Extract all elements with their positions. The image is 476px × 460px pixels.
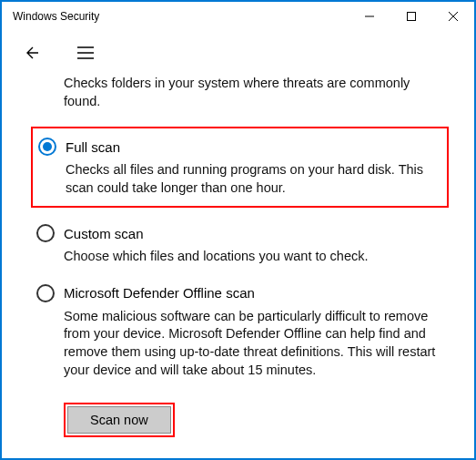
- footer: Scan now: [2, 388, 474, 437]
- window-title: Windows Security: [13, 10, 349, 23]
- svg-rect-0: [408, 13, 416, 21]
- scan-now-highlight: Scan now: [64, 403, 175, 437]
- option-desc: Some malicious software can be particula…: [36, 308, 443, 379]
- close-button[interactable]: [432, 2, 474, 31]
- option-label: Full scan: [66, 139, 120, 155]
- radio-full-scan[interactable]: [38, 138, 56, 156]
- radio-offline-scan[interactable]: [36, 284, 55, 302]
- intro-text: Checks folders in your system where thre…: [64, 75, 449, 110]
- titlebar: Windows Security: [2, 2, 474, 31]
- scan-now-button[interactable]: Scan now: [67, 406, 171, 434]
- option-label: Custom scan: [64, 226, 144, 241]
- back-button[interactable]: [15, 36, 47, 69]
- option-full-scan[interactable]: Full scan Checks all files and running p…: [31, 127, 449, 208]
- content-area: Checks folders in your system where thre…: [2, 75, 474, 388]
- option-desc: Checks all files and running programs on…: [38, 161, 441, 197]
- option-label: Microsoft Defender Offline scan: [64, 285, 255, 301]
- minimize-button[interactable]: [349, 2, 390, 31]
- nav-bar: [2, 31, 474, 75]
- option-desc: Choose which files and locations you wan…: [36, 248, 443, 266]
- option-offline-scan[interactable]: Microsoft Defender Offline scan Some mal…: [36, 275, 449, 388]
- hamburger-menu-icon[interactable]: [69, 36, 102, 69]
- radio-custom-scan[interactable]: [36, 224, 55, 242]
- option-custom-scan[interactable]: Custom scan Choose which files and locat…: [36, 215, 449, 275]
- maximize-button[interactable]: [390, 2, 432, 31]
